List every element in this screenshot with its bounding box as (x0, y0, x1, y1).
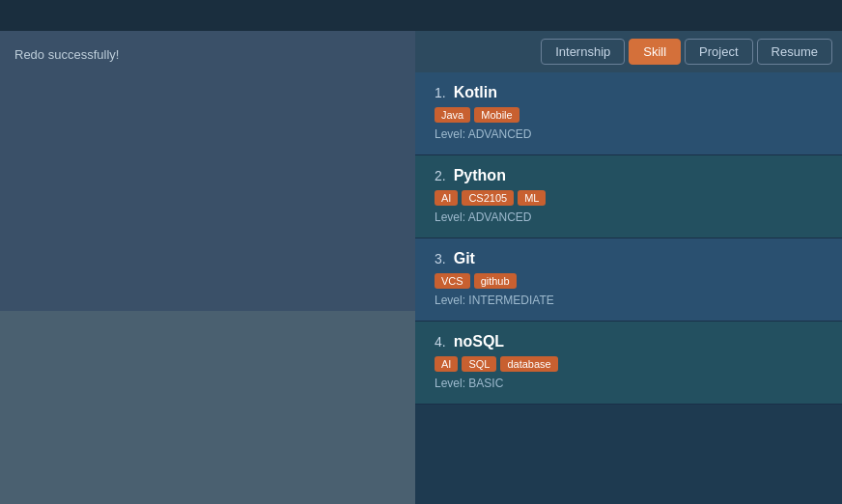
skill-number: 3. (435, 251, 446, 266)
skill-tag: SQL (462, 356, 496, 372)
skill-name: Kotlin (454, 84, 497, 101)
skill-item: 4.noSQLAISQLdatabaseLevel: BASIC (415, 322, 842, 405)
skill-number: 1. (435, 85, 446, 100)
left-top-section: Redo successfully! (0, 31, 415, 311)
right-panel: InternshipSkillProjectResume 1.KotlinJav… (415, 31, 842, 504)
tab-resume[interactable]: Resume (757, 39, 832, 65)
tab-skill[interactable]: Skill (629, 39, 681, 65)
skill-number: 2. (435, 168, 446, 183)
skill-tags: AICS2105ML (435, 190, 823, 206)
skill-number: 4. (435, 334, 446, 350)
skill-item: 1.KotlinJavaMobileLevel: ADVANCED (415, 72, 842, 155)
skill-item: 3.GitVCSgithubLevel: INTERMEDIATE (415, 238, 842, 322)
skill-level: Level: BASIC (435, 377, 823, 390)
nav-tabs: InternshipSkillProjectResume (415, 31, 842, 72)
skill-tag: Java (435, 107, 470, 123)
tab-internship[interactable]: Internship (541, 39, 625, 65)
skill-level: Level: ADVANCED (435, 210, 823, 224)
skill-tag: CS2105 (462, 190, 514, 206)
skill-tag: AI (435, 356, 458, 372)
main-layout: Redo successfully! InternshipSkillProjec… (0, 31, 842, 504)
skill-level: Level: ADVANCED (435, 127, 823, 141)
skill-tags: AISQLdatabase (435, 356, 823, 372)
skill-name: Python (454, 167, 506, 184)
left-panel: Redo successfully! (0, 31, 415, 504)
skill-level: Level: INTERMEDIATE (435, 294, 823, 307)
skill-tag: database (500, 356, 557, 372)
skill-tag: github (474, 273, 517, 289)
tab-project[interactable]: Project (685, 39, 752, 65)
skill-tag: Mobile (474, 107, 519, 123)
skill-item: 2.PythonAICS2105MLLevel: ADVANCED (415, 155, 842, 238)
skill-name: Git (454, 250, 475, 267)
skill-tags: VCSgithub (435, 273, 823, 289)
top-bar (0, 0, 842, 31)
skills-list: 1.KotlinJavaMobileLevel: ADVANCED2.Pytho… (415, 72, 842, 504)
left-bottom-section (0, 311, 415, 504)
redo-message: Redo successfully! (14, 47, 119, 62)
skill-name: noSQL (454, 333, 504, 350)
skill-tag: ML (518, 190, 546, 206)
skill-tags: JavaMobile (435, 107, 823, 123)
skill-tag: VCS (435, 273, 470, 289)
skill-tag: AI (435, 190, 458, 206)
